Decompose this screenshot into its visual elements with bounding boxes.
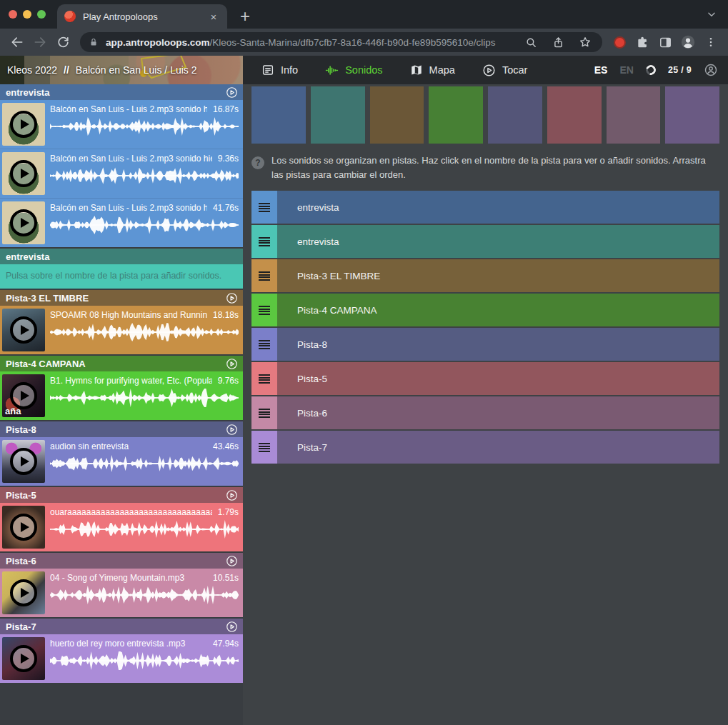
- nav-info[interactable]: Info: [261, 64, 298, 76]
- new-tab-button[interactable]: +: [237, 10, 253, 23]
- nav-sonidos[interactable]: Sonidos: [325, 64, 382, 77]
- clip-play-icon[interactable]: [10, 579, 37, 606]
- address-bar[interactable]: app.antropoloops.com/Kleos-Santa-Marina/…: [80, 32, 602, 52]
- tab-list-chevron-icon[interactable]: [707, 9, 717, 19]
- clip-waveform[interactable]: [50, 651, 239, 670]
- side-panel-icon[interactable]: [655, 32, 675, 52]
- lock-icon[interactable]: [89, 37, 99, 47]
- track-play-icon[interactable]: [226, 86, 238, 99]
- clip-waveform[interactable]: [50, 520, 239, 539]
- track-header[interactable]: Pista-3 EL TIMBRE: [0, 290, 243, 306]
- drag-handle[interactable]: [251, 191, 277, 224]
- track-play-icon[interactable]: [226, 292, 238, 304]
- drag-handle[interactable]: [251, 294, 277, 326]
- clip-thumbnail[interactable]: [2, 201, 45, 244]
- sound-clip[interactable]: ouaraaaaaaaaaaaaaaaaaaaaaaaaaaaaaaaaaa..…: [0, 503, 243, 551]
- track-header[interactable]: Pista-6: [0, 553, 243, 569]
- track-row[interactable]: Pista-6: [251, 396, 719, 429]
- track-row[interactable]: Pista-4 CAMPANA: [251, 294, 719, 326]
- account-icon[interactable]: [704, 63, 718, 77]
- clip-play-icon[interactable]: [10, 209, 37, 236]
- clip-waveform[interactable]: [50, 166, 239, 185]
- breadcrumb-project[interactable]: Kleos 2022: [7, 64, 57, 76]
- record-extension-icon[interactable]: [609, 32, 629, 52]
- clip-play-icon[interactable]: [10, 111, 37, 138]
- sound-clip[interactable]: huerto del rey moro entrevista .mp3 47.9…: [0, 634, 243, 683]
- sound-clip[interactable]: Balcón en San Luis - Luis 2.mp3 sonido h…: [0, 149, 243, 198]
- forward-button-icon[interactable]: [30, 32, 50, 52]
- track-play-icon[interactable]: [226, 424, 238, 436]
- drag-handle[interactable]: [251, 259, 277, 292]
- track-color-swatch[interactable]: [488, 86, 542, 144]
- track-row[interactable]: Pista-7: [251, 431, 719, 464]
- profile-avatar-icon[interactable]: [678, 32, 698, 52]
- clip-waveform[interactable]: [50, 117, 239, 136]
- track-header[interactable]: Pista-7: [0, 619, 243, 634]
- language-es-button[interactable]: ES: [594, 64, 608, 76]
- track-header[interactable]: entrevista: [0, 249, 243, 264]
- nav-tocar[interactable]: Tocar: [482, 64, 527, 77]
- track-row[interactable]: entrevista: [251, 225, 719, 258]
- minimize-window-button[interactable]: [23, 10, 31, 19]
- clip-thumbnail[interactable]: [2, 571, 45, 614]
- clip-thumbnail[interactable]: [2, 637, 45, 680]
- track-color-swatch[interactable]: [429, 86, 483, 144]
- track-play-icon[interactable]: [226, 358, 238, 370]
- clip-play-icon[interactable]: [10, 160, 37, 187]
- sound-clip[interactable]: SPOAMR 08 High Mountains and Running ...…: [0, 306, 243, 354]
- clip-thumbnail[interactable]: [2, 440, 45, 483]
- close-window-button[interactable]: [9, 10, 17, 19]
- track-header[interactable]: Pista-4 CAMPANA: [0, 356, 243, 371]
- track-color-swatch[interactable]: [547, 86, 602, 144]
- drag-handle[interactable]: [251, 225, 277, 258]
- drag-handle[interactable]: [251, 396, 277, 429]
- track-play-icon[interactable]: [226, 621, 238, 633]
- track-header[interactable]: Pista-5: [0, 487, 243, 503]
- drag-handle[interactable]: [251, 431, 277, 464]
- sound-clip[interactable]: Balcón en San Luis - Luis 2.mp3 sonido h…: [0, 198, 243, 247]
- header-map-image[interactable]: Kleos 2022 // Balcón en San Luis / Luis …: [0, 56, 243, 84]
- language-en-button[interactable]: EN: [619, 64, 633, 76]
- track-header[interactable]: Pista-8: [0, 421, 243, 437]
- clip-waveform[interactable]: [50, 454, 239, 473]
- clip-waveform[interactable]: [50, 389, 239, 407]
- bookmark-star-icon[interactable]: [575, 32, 595, 52]
- browser-tab[interactable]: Play Antropoloops ×: [57, 4, 227, 29]
- clip-thumbnail[interactable]: [2, 103, 45, 146]
- reload-button-icon[interactable]: [53, 32, 73, 52]
- clip-thumbnail[interactable]: [2, 152, 45, 195]
- clip-waveform[interactable]: [50, 216, 239, 234]
- clip-play-icon[interactable]: [10, 316, 37, 344]
- track-play-icon[interactable]: [226, 555, 238, 567]
- clip-waveform[interactable]: [50, 323, 239, 341]
- track-color-swatch[interactable]: [607, 86, 661, 144]
- track-row[interactable]: entrevista: [251, 191, 719, 224]
- sound-clip[interactable]: Balcón en San Luis - Luis 2.mp3 sonido h…: [0, 100, 243, 149]
- track-play-icon[interactable]: [226, 489, 238, 501]
- browser-menu-kebab-icon[interactable]: [701, 32, 721, 52]
- track-color-swatch[interactable]: [665, 86, 719, 144]
- track-row[interactable]: Pista-5: [251, 362, 719, 395]
- share-icon[interactable]: [548, 32, 568, 52]
- clip-play-icon[interactable]: [10, 645, 37, 672]
- sound-clip[interactable]: audion sin entrevista 43.46s: [0, 437, 243, 486]
- nav-mapa[interactable]: Mapa: [410, 64, 455, 76]
- clip-thumbnail[interactable]: aña: [2, 374, 45, 417]
- track-header[interactable]: entrevista: [0, 84, 243, 100]
- sound-clip[interactable]: aña B1. Hymns for purifying water, Etc. …: [0, 371, 243, 420]
- back-button-icon[interactable]: [7, 32, 27, 52]
- clip-thumbnail[interactable]: [2, 309, 45, 351]
- track-row[interactable]: Pista-8: [251, 328, 719, 361]
- drag-handle[interactable]: [251, 328, 277, 361]
- close-tab-icon[interactable]: ×: [207, 11, 220, 22]
- sound-clip[interactable]: 04 - Song of Yimeng Mountain.mp3 10.51s: [0, 569, 243, 617]
- track-color-swatch[interactable]: [251, 86, 306, 144]
- track-color-swatch[interactable]: [311, 86, 365, 144]
- track-color-swatch[interactable]: [370, 86, 424, 144]
- extensions-puzzle-icon[interactable]: [632, 32, 652, 52]
- clip-thumbnail[interactable]: [2, 506, 45, 549]
- clip-play-icon[interactable]: [10, 514, 37, 541]
- clip-waveform[interactable]: [50, 586, 239, 604]
- drag-handle[interactable]: [251, 362, 277, 395]
- zoom-page-icon[interactable]: [521, 32, 541, 52]
